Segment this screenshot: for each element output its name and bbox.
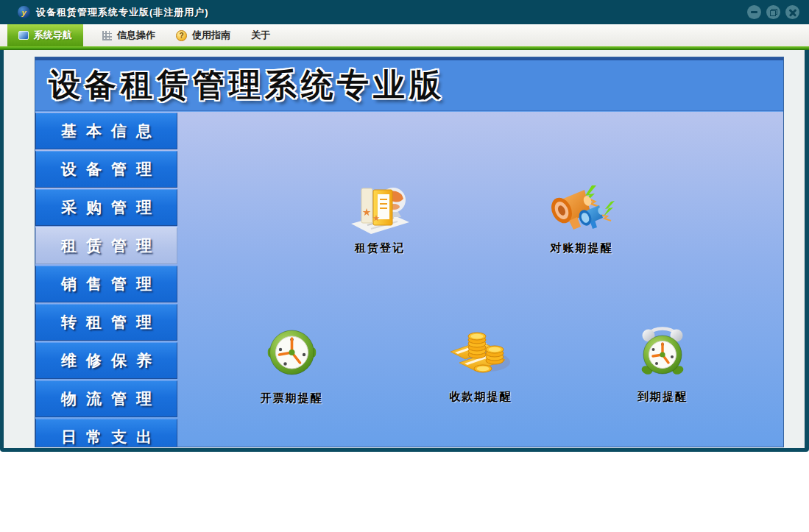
- banner-title: 设备租赁管理系统专业版: [49, 64, 445, 107]
- shortcut-label: 到期提醒: [637, 390, 688, 404]
- sidebar-item-logistics-mgmt[interactable]: 物流管理: [35, 380, 177, 417]
- restore-icon: [770, 9, 777, 16]
- books-globe-icon: [347, 180, 413, 237]
- sidebar-item-sublease-mgmt[interactable]: 转租管理: [35, 304, 177, 341]
- menubar: 系统导航 信息操作 使用指南 关于: [0, 24, 809, 46]
- megaphones-icon: [546, 180, 617, 237]
- menu-label: 信息操作: [117, 29, 155, 42]
- window-title: 设备租赁管理系统专业版(非注册用户): [36, 6, 209, 19]
- window-icon: [18, 31, 29, 40]
- minimize-button[interactable]: [747, 5, 761, 19]
- stopwatch-icon: [267, 328, 316, 377]
- menu-label: 使用指南: [192, 29, 230, 42]
- sidebar-item-rental-mgmt[interactable]: 租赁管理: [35, 227, 177, 264]
- client-area: 设备租赁管理系统专业版: [4, 50, 805, 448]
- sidebar-item-sales-mgmt[interactable]: 销售管理: [35, 266, 177, 302]
- minimize-icon: [751, 11, 757, 13]
- shortcut-reconciliation-reminder[interactable]: 对账期提醒: [546, 180, 617, 255]
- restore-button[interactable]: [766, 5, 780, 19]
- main-panel: 设备租赁管理系统专业版: [35, 57, 784, 447]
- alarm-clock-icon: [637, 327, 688, 375]
- window-controls: [747, 5, 799, 19]
- shortcut-label: 租赁登记: [355, 241, 405, 255]
- close-button[interactable]: [785, 5, 799, 19]
- menu-item-user-guide[interactable]: 使用指南: [166, 24, 241, 46]
- close-icon: [788, 8, 797, 17]
- app-window: y 设备租赁管理系统专业版(非注册用户) 系统导航 信息操作 使用指南 关于: [0, 0, 809, 452]
- sidebar-item-daily-expenses[interactable]: 日常支出: [35, 419, 177, 447]
- sidebar-item-maintenance[interactable]: 维修保养: [35, 342, 177, 379]
- gold-coins-icon: [448, 328, 514, 375]
- app-logo-icon: y: [18, 6, 30, 18]
- shortcut-label: 收款期提醒: [450, 390, 512, 404]
- menu-label: 关于: [251, 29, 270, 42]
- shortcut-label: 对账期提醒: [551, 241, 613, 255]
- sidebar-item-purchase-mgmt[interactable]: 采购管理: [35, 189, 177, 226]
- shortcut-invoicing-reminder[interactable]: 开票期提醒: [261, 328, 323, 405]
- menu-label: 系统导航: [34, 29, 72, 42]
- menu-item-info-operations[interactable]: 信息操作: [92, 24, 166, 46]
- grid-icon: [102, 31, 112, 40]
- menu-item-system-navigation[interactable]: 系统导航: [7, 24, 83, 46]
- shortcut-expiry-reminder[interactable]: 到期提醒: [637, 327, 688, 404]
- titlebar: y 设备租赁管理系统专业版(非注册用户): [0, 0, 809, 24]
- shortcut-label: 开票期提醒: [261, 391, 323, 405]
- sidebar-item-basic-info[interactable]: 基本信息: [35, 113, 177, 149]
- help-coin-icon: [176, 30, 187, 41]
- shortcut-payment-collection-reminder[interactable]: 收款期提醒: [448, 328, 514, 404]
- shortcut-rental-registration[interactable]: 租赁登记: [347, 180, 413, 255]
- sidebar: 基本信息 设备管理 采购管理 租赁管理 销售管理 转租管理 维修保养 物流管理 …: [35, 113, 177, 447]
- sidebar-item-equipment-mgmt[interactable]: 设备管理: [35, 151, 177, 188]
- banner: 设备租赁管理系统专业版: [35, 60, 783, 111]
- menu-item-about[interactable]: 关于: [241, 24, 280, 46]
